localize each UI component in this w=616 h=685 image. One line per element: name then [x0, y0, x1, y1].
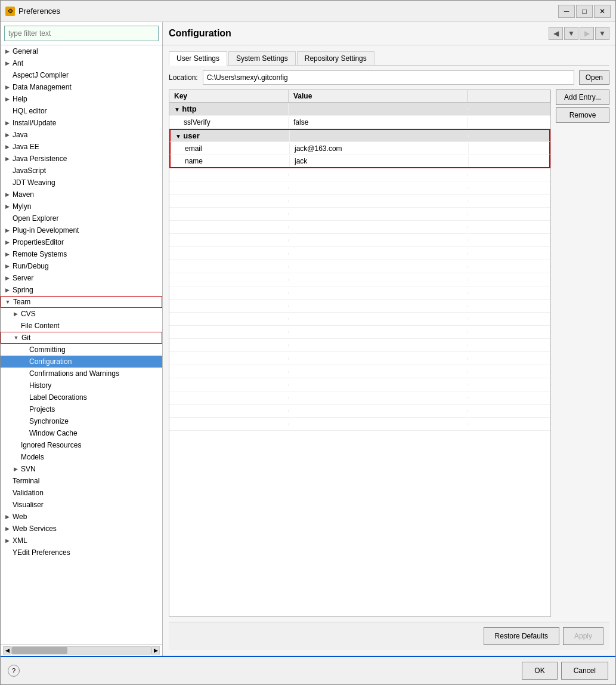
tree-item-projects[interactable]: Projects: [1, 403, 162, 415]
tree-item-terminal[interactable]: Terminal: [1, 475, 162, 487]
tree-item-web-services[interactable]: ▶Web Services: [1, 523, 162, 535]
expand-icon-jdt-weaving[interactable]: [3, 178, 11, 187]
expand-icon-maven[interactable]: ▶: [3, 190, 11, 199]
tree-item-spring[interactable]: ▶Spring: [1, 284, 162, 296]
tree-item-hql[interactable]: HQL editor: [1, 105, 162, 117]
tab-system-settings[interactable]: System Settings: [228, 51, 296, 65]
tree-item-general[interactable]: ▶General: [1, 45, 162, 57]
tree-item-plugin-dev[interactable]: ▶Plug-in Development: [1, 224, 162, 236]
tree-item-open-explorer[interactable]: Open Explorer: [1, 212, 162, 224]
maximize-button[interactable]: □: [576, 5, 593, 18]
table-section-user[interactable]: ▼ user: [169, 129, 550, 142]
tree-item-maven[interactable]: ▶Maven: [1, 189, 162, 200]
table-section-http[interactable]: ▼ http: [169, 103, 550, 116]
tab-repository-settings[interactable]: Repository Settings: [297, 51, 374, 65]
expand-icon-history[interactable]: [20, 381, 28, 390]
ok-button[interactable]: OK: [522, 662, 557, 680]
expand-icon-general[interactable]: ▶: [3, 47, 11, 55]
tree-item-help[interactable]: ▶Help: [1, 93, 162, 105]
table-row-user-0[interactable]: emailjack@163.com: [169, 142, 550, 155]
expand-icon-synchronize[interactable]: [20, 417, 28, 425]
expand-icon-java-ee[interactable]: ▶: [3, 143, 11, 151]
tree-item-mylyn[interactable]: ▶Mylyn: [1, 200, 162, 212]
tree-item-synchronize[interactable]: Synchronize: [1, 415, 162, 427]
tree-item-web[interactable]: ▶Web: [1, 511, 162, 523]
close-button[interactable]: ✕: [594, 5, 611, 18]
expand-icon-cvs[interactable]: ▶: [11, 310, 20, 318]
expand-icon-confirmations[interactable]: [20, 369, 28, 378]
expand-icon-configuration[interactable]: [20, 357, 28, 366]
minimize-button[interactable]: ─: [558, 5, 575, 18]
expand-icon-server[interactable]: ▶: [3, 274, 11, 282]
expand-icon-models[interactable]: [11, 453, 20, 461]
expand-icon-web[interactable]: ▶: [3, 513, 11, 521]
tree-item-properties-editor[interactable]: ▶PropertiesEditor: [1, 236, 162, 248]
expand-icon-java-persistence[interactable]: ▶: [3, 155, 11, 163]
tree-item-cvs[interactable]: ▶CVS: [1, 308, 162, 320]
expand-icon-ant[interactable]: ▶: [3, 59, 11, 67]
tree-item-aspectj[interactable]: AspectJ Compiler: [1, 69, 162, 81]
tree-item-visualiser[interactable]: Visualiser: [1, 499, 162, 511]
tree-item-remote-systems[interactable]: ▶Remote Systems: [1, 248, 162, 260]
forward-button[interactable]: ▶: [580, 27, 594, 40]
scroll-right-arrow[interactable]: ▶: [151, 646, 160, 655]
apply-button[interactable]: Apply: [563, 627, 603, 645]
expand-icon-team[interactable]: ▼: [4, 298, 12, 306]
help-icon[interactable]: ?: [8, 665, 20, 677]
add-entry-button[interactable]: Add Entry...: [556, 90, 609, 105]
tree-item-xml[interactable]: ▶XML: [1, 535, 162, 547]
expand-icon-terminal[interactable]: [3, 477, 11, 485]
tree-item-git[interactable]: ▼Git: [1, 332, 162, 344]
expand-icon-install[interactable]: ▶: [3, 119, 11, 127]
tree-item-committing[interactable]: Committing: [1, 344, 162, 356]
scroll-track[interactable]: [11, 646, 151, 655]
tree-item-run-debug[interactable]: ▶Run/Debug: [1, 260, 162, 272]
expand-icon-web-services[interactable]: ▶: [3, 524, 11, 533]
tree-item-window-cache[interactable]: Window Cache: [1, 427, 162, 439]
expand-icon-xml[interactable]: ▶: [3, 536, 11, 545]
expand-icon-java[interactable]: ▶: [3, 131, 11, 139]
tree-item-ant[interactable]: ▶Ant: [1, 57, 162, 69]
tree-item-data-mgmt[interactable]: ▶Data Management: [1, 81, 162, 93]
expand-icon-label-decorations[interactable]: [20, 393, 28, 402]
expand-icon-committing[interactable]: [20, 345, 28, 354]
tree-item-java[interactable]: ▶Java: [1, 129, 162, 141]
tree-item-validation[interactable]: Validation: [1, 487, 162, 499]
expand-icon-yedit[interactable]: [3, 548, 11, 557]
tree-item-jdt-weaving[interactable]: JDT Weaving: [1, 177, 162, 189]
horizontal-scrollbar[interactable]: ◀ ▶: [1, 644, 162, 656]
expand-icon-projects[interactable]: [20, 405, 28, 414]
expand-icon-mylyn[interactable]: ▶: [3, 202, 11, 211]
tree-item-install[interactable]: ▶Install/Update: [1, 117, 162, 129]
back-dropdown-button[interactable]: ▼: [564, 27, 578, 40]
location-input[interactable]: [203, 70, 574, 85]
table-row-http-0[interactable]: sslVerifyfalse: [169, 116, 550, 129]
expand-icon-window-cache[interactable]: [20, 429, 28, 437]
tree-item-server[interactable]: ▶Server: [1, 272, 162, 284]
tree-item-javascript[interactable]: JavaScript: [1, 165, 162, 177]
remove-button[interactable]: Remove: [556, 107, 609, 123]
expand-icon-javascript[interactable]: [3, 166, 11, 175]
open-button[interactable]: Open: [579, 70, 609, 85]
expand-icon-data-mgmt[interactable]: ▶: [3, 83, 11, 91]
expand-icon-git[interactable]: ▼: [12, 334, 20, 342]
expand-icon-run-debug[interactable]: ▶: [3, 262, 11, 270]
restore-defaults-button[interactable]: Restore Defaults: [484, 627, 559, 645]
tree-item-yedit[interactable]: YEdit Preferences: [1, 547, 162, 559]
tree-item-label-decorations[interactable]: Label Decorations: [1, 391, 162, 403]
tree-item-team[interactable]: ▼Team: [1, 296, 162, 308]
tree-item-java-persistence[interactable]: ▶Java Persistence: [1, 153, 162, 165]
expand-icon-help[interactable]: ▶: [3, 95, 11, 103]
expand-icon-validation[interactable]: [3, 489, 11, 497]
expand-icon-spring[interactable]: ▶: [3, 286, 11, 294]
tree-item-configuration[interactable]: Configuration: [1, 356, 162, 368]
cancel-button[interactable]: Cancel: [561, 662, 608, 680]
expand-icon-aspectj[interactable]: [3, 71, 11, 79]
back-button[interactable]: ◀: [549, 27, 563, 40]
expand-icon-plugin-dev[interactable]: ▶: [3, 226, 11, 234]
expand-icon-hql[interactable]: [3, 107, 11, 115]
tree-item-java-ee[interactable]: ▶Java EE: [1, 141, 162, 153]
tree-item-confirmations[interactable]: Confirmations and Warnings: [1, 368, 162, 379]
forward-dropdown-button[interactable]: ▼: [595, 27, 609, 40]
expand-icon-svn[interactable]: ▶: [11, 465, 20, 473]
